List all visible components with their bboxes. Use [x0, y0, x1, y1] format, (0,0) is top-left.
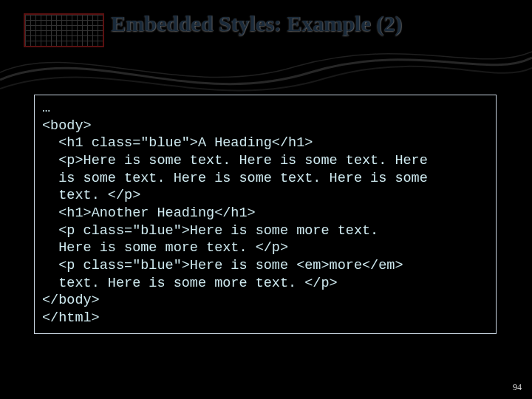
slide-title: Embedded Styles: Example (2) [111, 10, 517, 37]
code-example-box: … <body> <h1 class="blue">A Heading</h1>… [34, 95, 497, 334]
slide: Embedded Styles: Example (2) … <body> <h… [0, 0, 532, 399]
code-content: … <body> <h1 class="blue">A Heading</h1>… [42, 100, 488, 327]
decorative-corner-box [24, 13, 104, 47]
page-number: 94 [513, 382, 522, 393]
